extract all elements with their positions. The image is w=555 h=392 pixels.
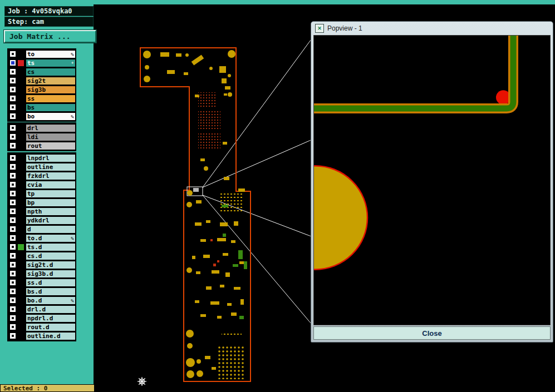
layer-chip[interactable]: ts∘ — [26, 59, 75, 67]
job-name-field: Job : 4v058vqka0 — [4, 6, 94, 16]
layer-visibility-checkbox[interactable] — [9, 142, 16, 149]
layer-visibility-checkbox[interactable] — [9, 59, 16, 66]
layer-visibility-checkbox[interactable] — [9, 244, 16, 250]
layer-visibility-checkbox[interactable] — [9, 235, 16, 241]
layer-visibility-checkbox[interactable] — [9, 68, 16, 75]
layer-visibility-checkbox[interactable] — [9, 315, 16, 321]
layer-chip[interactable]: sig2t — [26, 77, 75, 85]
layer-row: fzkdrl — [8, 171, 75, 180]
layer-chip[interactable]: drl — [26, 125, 75, 132]
layer-row: rout — [8, 141, 75, 150]
layer-chip[interactable]: ts.d — [26, 244, 75, 251]
layer-chip[interactable]: outline.d — [26, 333, 75, 340]
layer-chip[interactable]: ldi — [26, 133, 75, 141]
layer-chip[interactable]: d — [26, 226, 75, 233]
job-matrix-button[interactable]: Job Matrix ... — [4, 30, 96, 43]
layer-active-mark — [18, 105, 24, 111]
layer-chip[interactable]: rout.d — [26, 324, 75, 331]
layer-chip[interactable]: sig3b.d — [26, 270, 75, 277]
layer-active-mark — [18, 315, 24, 321]
layer-active-mark — [18, 200, 24, 206]
layer-chip[interactable]: ydkdrl — [26, 217, 75, 224]
layer-chip[interactable]: bs.d — [26, 288, 75, 295]
layer-chip[interactable]: lnpdrl — [26, 155, 75, 162]
popview-titlebar[interactable]: ✕ Popview - 1 — [313, 22, 551, 35]
popview-zoom-graphic — [314, 36, 550, 325]
layer-visibility-checkbox[interactable] — [9, 163, 16, 170]
layer-visibility-checkbox[interactable] — [9, 181, 16, 188]
layer-active-mark — [18, 253, 24, 259]
close-button[interactable]: Close — [313, 326, 551, 340]
layer-chip[interactable]: to.d✎ — [26, 235, 75, 242]
layer-chip[interactable]: tp — [26, 190, 75, 197]
layer-visibility-checkbox[interactable] — [9, 288, 16, 295]
layer-chip[interactable]: bo.d✎ — [26, 297, 75, 304]
layer-chip[interactable]: ss.d — [26, 279, 75, 286]
layer-visibility-checkbox[interactable] — [9, 208, 16, 215]
layer-visibility-checkbox[interactable] — [9, 252, 16, 259]
layer-active-mark — [18, 306, 24, 312]
selected-status: Selected : 0 — [0, 384, 95, 392]
layer-visibility-checkbox[interactable] — [9, 333, 16, 339]
layer-row: ts∘ — [8, 58, 75, 67]
layer-chip[interactable]: cs — [26, 68, 75, 76]
layer-row: sig2t.d — [8, 260, 75, 269]
layer-row: cs — [8, 67, 75, 76]
layer-visibility-checkbox[interactable] — [9, 261, 16, 268]
layer-visibility-checkbox[interactable] — [9, 297, 16, 304]
layer-visibility-checkbox[interactable] — [9, 133, 16, 140]
layer-visibility-checkbox[interactable] — [9, 279, 16, 286]
layer-active-mark — [18, 333, 24, 339]
layer-chip[interactable]: drl.d — [26, 306, 75, 313]
layer-visibility-checkbox[interactable] — [9, 125, 16, 131]
layer-row: npdrl.d — [8, 314, 75, 322]
layer-chip[interactable]: npdrl.d — [26, 315, 75, 322]
layer-visibility-checkbox[interactable] — [9, 113, 16, 120]
layer-row: to✎ — [8, 49, 75, 58]
large-round-pad — [314, 166, 367, 270]
layer-chip[interactable]: cvia — [26, 181, 75, 188]
layer-row: bo✎ — [8, 112, 75, 121]
layer-chip[interactable]: bo✎ — [26, 113, 75, 120]
layer-row: to.d✎ — [8, 234, 75, 242]
layer-active-mark — [18, 244, 24, 250]
layer-visibility-checkbox[interactable] — [9, 172, 16, 179]
layer-row: outline — [8, 162, 75, 171]
layer-visibility-checkbox[interactable] — [9, 190, 16, 197]
layer-visibility-checkbox[interactable] — [9, 270, 16, 277]
popview-title: Popview - 1 — [327, 24, 362, 32]
layer-active-mark — [18, 235, 24, 241]
layer-chip[interactable]: cs.d — [26, 252, 75, 260]
layer-chip[interactable]: ss — [26, 95, 75, 102]
layer-chip[interactable]: to✎ — [26, 51, 75, 58]
layer-active-mark — [18, 191, 24, 197]
layer-chip[interactable]: bp — [26, 199, 75, 206]
layer-chip[interactable]: outline — [26, 163, 75, 171]
layer-visibility-checkbox[interactable] — [9, 324, 16, 330]
layer-active-mark — [18, 271, 24, 277]
layer-row: drl.d — [8, 305, 75, 314]
layer-chip[interactable]: fzkdrl — [26, 172, 75, 180]
popview-content[interactable] — [313, 35, 551, 325]
layer-chip[interactable]: rout — [26, 142, 75, 150]
layer-chip[interactable]: sig3b — [26, 86, 75, 93]
layer-visibility-checkbox[interactable] — [9, 86, 16, 93]
layer-active-mark — [18, 87, 24, 93]
layer-row: ydkdrl — [8, 216, 75, 225]
layer-visibility-checkbox[interactable] — [9, 217, 16, 224]
layer-visibility-checkbox[interactable] — [9, 104, 16, 111]
layer-row: sig2t — [8, 76, 75, 85]
layer-visibility-checkbox[interactable] — [9, 306, 16, 312]
layer-visibility-checkbox[interactable] — [9, 226, 16, 232]
layer-chip[interactable]: bs — [26, 104, 75, 111]
layer-active-mark — [18, 143, 24, 149]
layer-visibility-checkbox[interactable] — [9, 155, 16, 161]
layer-visibility-checkbox[interactable] — [9, 199, 16, 206]
layer-visibility-checkbox[interactable] — [9, 51, 16, 57]
layer-row: tp — [8, 189, 75, 198]
layer-visibility-checkbox[interactable] — [9, 95, 16, 102]
layer-chip[interactable]: npth — [26, 208, 75, 215]
layer-chip[interactable]: sig2t.d — [26, 261, 75, 269]
layer-visibility-checkbox[interactable] — [9, 77, 16, 84]
pencil-icon: ✎ — [71, 113, 74, 120]
